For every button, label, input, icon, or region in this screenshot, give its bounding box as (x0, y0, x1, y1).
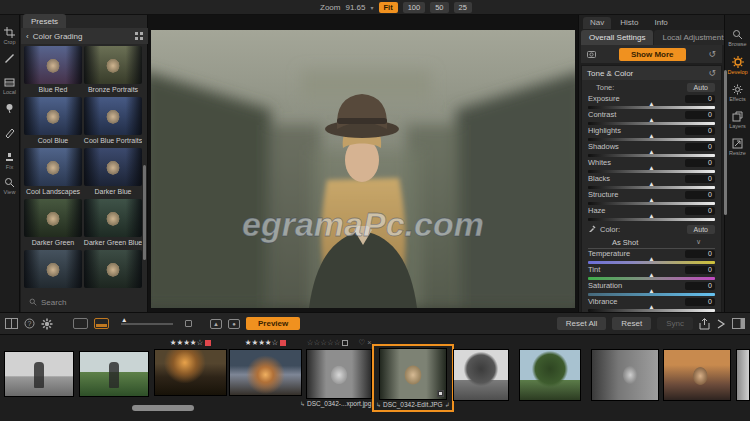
tab-info[interactable]: Info (647, 17, 674, 29)
checkbox[interactable] (185, 320, 192, 327)
structure-slider[interactable]: ▲ (588, 202, 715, 205)
preset-thumbnail[interactable] (84, 46, 142, 84)
preset-thumbnail[interactable] (84, 97, 142, 135)
preset-item[interactable] (24, 250, 82, 292)
show-more-button[interactable]: Show More (619, 48, 686, 61)
info-icon[interactable]: ? (24, 318, 35, 329)
reset-settings-icon[interactable]: ↺ (708, 49, 716, 59)
crop-tool[interactable]: Crop (4, 27, 16, 45)
presets-scrollbar[interactable] (143, 165, 146, 260)
temperature-slider[interactable]: ▲ (588, 261, 715, 264)
module-browse[interactable]: Browse (728, 29, 746, 47)
panel-toggle-icon[interactable] (732, 318, 745, 329)
preset-thumbnail[interactable] (84, 250, 142, 288)
fix-tool[interactable]: Fix (4, 152, 15, 170)
shadows-value[interactable]: 0 (685, 143, 715, 151)
filmstrip-item[interactable] (736, 349, 750, 401)
preset-search[interactable]: Search (21, 294, 148, 310)
saturation-value[interactable]: 0 (685, 282, 715, 290)
preview-button[interactable]: Preview (246, 317, 300, 330)
text-tool[interactable] (4, 52, 15, 70)
eraser-tool[interactable] (4, 127, 15, 145)
preset-item[interactable]: Cool Blue (24, 97, 82, 146)
preset-thumbnail[interactable] (24, 199, 82, 237)
tab-local-adjustments[interactable]: Local Adjustments (654, 30, 724, 45)
shadows-slider[interactable]: ▲ (588, 154, 715, 157)
temperature-value[interactable]: 0 (685, 250, 715, 258)
exposure-value[interactable]: 0 (685, 95, 715, 103)
zoom-value[interactable]: 91.65 (345, 3, 365, 12)
exposure-slider[interactable]: ▲ (588, 106, 715, 109)
filmstrip-item[interactable] (79, 351, 149, 397)
sync-button[interactable]: Sync (657, 317, 693, 330)
module-resize[interactable]: Resize (729, 138, 746, 156)
preset-item[interactable]: Cool Landscapes (24, 148, 82, 197)
preset-thumbnail[interactable] (24, 250, 82, 288)
zoom-25-button[interactable]: 25 (454, 2, 472, 13)
filmstrip-item[interactable] (4, 351, 74, 397)
masking-brush-tool[interactable] (4, 102, 15, 120)
blacks-value[interactable]: 0 (685, 175, 715, 183)
highlights-value[interactable]: 0 (685, 127, 715, 135)
zoom-fit-button[interactable]: Fit (379, 2, 398, 13)
preset-item[interactable]: Cool Blue Portraits (84, 97, 142, 146)
export-icon[interactable] (699, 318, 710, 330)
zoom-50-button[interactable]: 50 (430, 2, 448, 13)
module-effects[interactable]: Effects (729, 84, 746, 102)
contrast-value[interactable]: 0 (685, 111, 715, 119)
zoom-100-button[interactable]: 100 (403, 2, 426, 13)
contrast-slider[interactable]: ▲ (588, 122, 715, 125)
camera-icon[interactable] (587, 50, 596, 58)
heart-icon[interactable]: ♡ (358, 338, 365, 347)
preset-item[interactable]: Blue Red (24, 46, 82, 95)
filmstrip-item-selected[interactable]: ↳DSC_0342-Edit.JPG↲ (372, 344, 454, 412)
preset-thumbnail[interactable] (24, 46, 82, 84)
soft-proof-icon[interactable]: ● (228, 319, 240, 329)
preset-item[interactable]: Bronze Portraits (84, 46, 142, 95)
compare-view-icon[interactable] (5, 318, 18, 329)
whites-slider[interactable]: ▲ (588, 170, 715, 173)
settings-gear-icon[interactable] (41, 318, 53, 330)
reject-x-icon[interactable]: × (367, 338, 371, 347)
filmstrip-scrollbar[interactable] (132, 405, 194, 411)
tint-value[interactable]: 0 (685, 266, 715, 274)
tone-color-reset-icon[interactable]: ↺ (708, 68, 716, 78)
star-rating[interactable]: ★★★★☆ (245, 338, 287, 347)
preset-thumbnail[interactable] (84, 199, 142, 237)
thumbnail-size-slider[interactable]: ▲ (121, 323, 173, 325)
saturation-slider[interactable]: ▲ (588, 293, 715, 296)
filmstrip-item[interactable] (663, 349, 731, 401)
share-arrow-icon[interactable] (716, 319, 726, 329)
color-auto-button[interactable]: Auto (687, 225, 715, 234)
star-rating[interactable]: ★★★★☆ (170, 338, 212, 347)
haze-value[interactable]: 0 (685, 207, 715, 215)
single-view-button[interactable] (73, 318, 88, 329)
filmstrip-item[interactable] (519, 349, 581, 401)
highlights-slider[interactable]: ▲ (588, 138, 715, 141)
canvas-area[interactable]: egramaPc.com (148, 15, 578, 312)
filmstrip-item[interactable]: ★★★★☆ (154, 338, 227, 396)
view-tool[interactable]: View (4, 177, 16, 195)
preset-thumbnail[interactable] (84, 148, 142, 186)
grid-view-icon[interactable] (135, 32, 143, 40)
blacks-slider[interactable]: ▲ (588, 186, 715, 189)
filmstrip-item[interactable]: ☆☆☆☆☆♡× ↳DSC_0342-...xport.jpg↲ (300, 338, 378, 409)
filmstrip-item[interactable] (591, 349, 659, 401)
local-adjust-tool[interactable]: Local (3, 77, 16, 95)
photo-preview[interactable]: egramaPc.com (151, 30, 575, 308)
whites-value[interactable]: 0 (685, 159, 715, 167)
tone-auto-button[interactable]: Auto (687, 83, 715, 92)
filmstrip-view-button[interactable] (94, 318, 109, 329)
vibrance-value[interactable]: 0 (685, 298, 715, 306)
tint-slider[interactable]: ▲ (588, 277, 715, 280)
star-rating[interactable]: ☆☆☆☆☆♡× (307, 338, 372, 347)
preset-item[interactable]: Darker Blue (84, 148, 142, 197)
reset-button[interactable]: Reset (612, 317, 651, 330)
reset-all-button[interactable]: Reset All (557, 317, 607, 330)
back-chevron-icon[interactable]: ‹ (26, 32, 29, 41)
tab-overall-settings[interactable]: Overall Settings (581, 30, 653, 45)
color-label-red[interactable] (280, 340, 286, 346)
color-label-red[interactable] (205, 340, 211, 346)
preset-item[interactable]: Darker Green (24, 199, 82, 248)
white-balance-dropdown[interactable]: As Shot ∨ (588, 236, 715, 249)
